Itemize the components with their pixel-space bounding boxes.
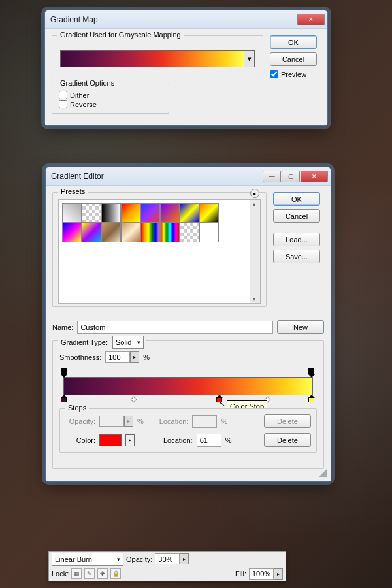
color-label: Color: [65,436,95,444]
close-icon[interactable]: ✕ [301,171,328,182]
preset-swatch[interactable] [62,223,82,242]
lock-transparent-icon[interactable]: ▦ [71,568,82,579]
dither-checkbox[interactable]: Dither [59,91,162,99]
gradient-type-fieldset: Gradient Type: Solid Smoothness: ▸ % ↖ C… [52,340,324,469]
titlebar[interactable]: Gradient Editor — ▢ ✕ [46,167,331,186]
fieldset-label: Stops [65,404,89,412]
location-label: Location: [159,417,189,425]
presets-grid [58,199,261,304]
scrollbar[interactable] [250,200,260,303]
name-input[interactable] [77,321,273,334]
gradient-options-fieldset: Gradient Options Dither Reverse [52,84,169,114]
opacity-input: ▸ [99,416,133,427]
maximize-icon[interactable]: ▢ [282,171,300,182]
preset-swatch[interactable] [199,223,219,242]
gradient-type-label: Gradient Type: [61,338,108,346]
gradient-type-select[interactable]: Solid [112,336,144,349]
ok-button[interactable]: OK [270,35,317,49]
cancel-button[interactable]: Cancel [273,209,320,223]
smoothness-label: Smoothness: [59,353,101,361]
preset-swatch[interactable] [160,203,180,223]
fieldset-label: Presets [58,188,88,195]
preset-swatch[interactable] [199,203,219,223]
reverse-checkbox[interactable]: Reverse [59,100,162,108]
gradient-editor-dialog: Gradient Editor — ▢ ✕ Presets ▸ [45,167,331,482]
minimize-icon[interactable]: — [263,171,281,182]
gradient-ramp[interactable]: ↖ Color Stop [59,377,317,395]
preset-swatch[interactable] [140,223,160,242]
save-button[interactable]: Save... [273,250,320,263]
preset-swatch[interactable] [160,223,180,242]
color-menu-icon[interactable]: ▸ [125,434,135,446]
preset-swatch[interactable] [121,203,140,223]
opacity-label: Opacity: [126,555,152,563]
blend-mode-select[interactable]: Linear Burn [52,553,123,566]
color-stop[interactable] [308,397,316,404]
preset-swatch[interactable] [62,203,82,223]
preset-swatch[interactable] [82,223,101,242]
midpoint-handle[interactable] [131,397,137,403]
opacity-stop[interactable] [61,368,68,376]
window-title: Gradient Editor [51,172,104,181]
delete-color-button[interactable]: Delete [264,433,311,447]
new-button[interactable]: New [277,320,324,334]
load-button[interactable]: Load... [273,233,320,246]
presets-menu-icon[interactable]: ▸ [250,189,259,198]
resize-grip-icon[interactable] [319,469,327,477]
preset-swatch[interactable] [121,223,140,242]
opacity-label: Opacity: [65,417,95,425]
preset-swatch[interactable] [140,203,160,223]
lock-move-icon[interactable]: ✥ [97,568,108,579]
preset-swatch[interactable] [180,223,199,242]
preview-checkbox[interactable]: Preview [270,70,321,78]
name-label: Name: [52,323,73,331]
preset-swatch[interactable] [101,203,121,223]
cursor-icon: ↖ [219,399,225,408]
window-title: Gradient Map [50,15,98,24]
fieldset-label: Gradient Options [57,79,117,87]
fill-label: Fill: [235,570,246,578]
color-swatch[interactable] [99,434,122,446]
color-stop[interactable] [61,397,68,404]
lock-all-icon[interactable]: 🔒 [110,568,121,579]
preset-swatch[interactable] [101,223,121,242]
presets-fieldset: Presets ▸ [52,192,267,307]
layer-fill-input[interactable]: ▸ [249,568,283,580]
color-location-input[interactable] [197,434,221,447]
layer-opacity-input[interactable]: ▸ [155,553,189,564]
opacity-stop[interactable] [308,368,316,376]
cancel-button[interactable]: Cancel [270,52,317,66]
gradient-preview[interactable] [60,50,244,67]
ok-button[interactable]: OK [273,192,320,206]
smoothness-input[interactable]: ▸ [105,351,139,363]
preset-swatch[interactable] [180,203,199,223]
fieldset-label: Gradient Used for Grayscale Mapping [57,31,184,39]
gradient-map-dialog: Gradient Map ✕ Gradient Used for Graysca… [44,10,328,126]
layers-panel: Linear Burn Opacity: ▸ Lock: ▦ ✎ ✥ 🔒 Fil… [48,551,286,581]
location-label: Location: [163,436,193,444]
lock-label: Lock: [52,570,69,578]
lock-paint-icon[interactable]: ✎ [84,568,95,579]
delete-opacity-button: Delete [264,414,311,428]
preset-swatch[interactable] [82,203,101,223]
gradient-dropdown-icon[interactable]: ▾ [244,50,255,67]
stops-fieldset: Stops Opacity: ▸ % Location: % Delete Co… [59,408,317,453]
opacity-location-input [192,415,217,428]
close-icon[interactable]: ✕ [297,14,325,25]
titlebar[interactable]: Gradient Map ✕ [45,10,327,29]
grayscale-mapping-fieldset: Gradient Used for Grayscale Mapping ▾ [52,35,263,78]
